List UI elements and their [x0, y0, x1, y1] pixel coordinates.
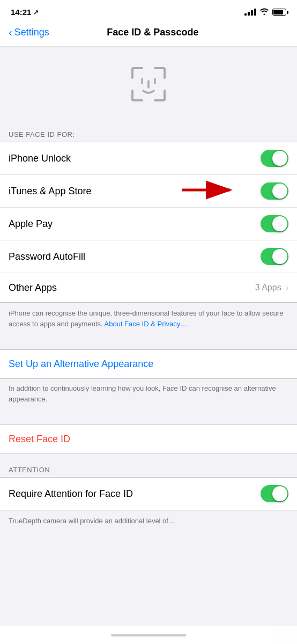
- require-attention-toggle[interactable]: [261, 485, 288, 502]
- reset-face-id-link[interactable]: Reset Face ID: [9, 434, 70, 444]
- wifi-icon: [259, 8, 269, 17]
- red-arrow-annotation: [182, 179, 246, 203]
- other-apps-row[interactable]: Other Apps 3 Apps ›: [0, 273, 297, 302]
- password-autofill-knob: [272, 249, 287, 264]
- attention-description: TrueDepth camera will provide an additio…: [0, 510, 297, 535]
- status-left: 14:21 ↗: [11, 8, 39, 17]
- alternative-appearance-link[interactable]: Set Up an Alternative Appearance: [9, 358, 153, 369]
- status-bar: 14:21 ↗: [0, 0, 297, 21]
- alternative-appearance-row[interactable]: Set Up an Alternative Appearance: [0, 349, 297, 379]
- battery-icon: [272, 9, 286, 16]
- home-indicator: [111, 634, 186, 636]
- back-chevron-icon: ‹: [9, 26, 12, 39]
- itunes-app-store-label: iTunes & App Store: [9, 186, 91, 197]
- location-icon: ↗: [33, 9, 39, 16]
- require-attention-knob: [272, 486, 287, 501]
- iphone-unlock-label: iPhone Unlock: [9, 153, 71, 164]
- signal-bar-1: [244, 13, 247, 16]
- use-face-id-section: USE FACE ID FOR: iPhone Unlock iTunes & …: [0, 130, 297, 338]
- password-autofill-label: Password AutoFill: [9, 251, 85, 262]
- other-apps-label: Other Apps: [9, 282, 57, 294]
- reset-face-id-row[interactable]: Reset Face ID: [0, 425, 297, 454]
- require-attention-row: Require Attention for Face ID: [0, 478, 297, 510]
- signal-bar-4: [254, 9, 256, 16]
- apple-pay-label: Apple Pay: [9, 218, 53, 230]
- signal-bar-2: [248, 12, 250, 16]
- require-attention-label: Require Attention for Face ID: [9, 488, 133, 500]
- itunes-app-store-row: iTunes & App Store: [0, 175, 297, 208]
- apple-pay-toggle[interactable]: [261, 215, 288, 232]
- itunes-app-store-toggle[interactable]: [261, 182, 288, 200]
- alternative-appearance-desc: In addition to continuously learning how…: [0, 379, 297, 413]
- battery-fill: [273, 10, 283, 14]
- page-title: Face ID & Passcode: [17, 27, 288, 38]
- other-apps-chevron-icon: ›: [286, 283, 288, 292]
- face-id-icon: [127, 63, 170, 106]
- status-right: [244, 8, 286, 17]
- attention-settings-list: Require Attention for Face ID: [0, 477, 297, 510]
- time-display: 14:21: [11, 8, 31, 17]
- nav-header: ‹ Settings Face ID & Passcode: [0, 21, 297, 47]
- iphone-unlock-row: iPhone Unlock: [0, 142, 297, 175]
- apple-pay-knob: [272, 216, 287, 231]
- iphone-unlock-knob: [272, 151, 287, 166]
- alternative-appearance-section: Set Up an Alternative Appearance In addi…: [0, 349, 297, 413]
- about-face-id-link[interactable]: About Face ID & Privacy…: [105, 320, 188, 328]
- face-id-icon-section: [0, 47, 297, 119]
- reset-face-id-section: Reset Face ID: [0, 425, 297, 454]
- password-autofill-toggle[interactable]: [261, 248, 288, 265]
- face-id-settings-list: iPhone Unlock iTunes & App Store: [0, 142, 297, 303]
- apple-pay-row: Apple Pay: [0, 208, 297, 240]
- other-apps-right: 3 Apps ›: [255, 283, 288, 292]
- signal-bars: [244, 9, 256, 16]
- itunes-app-store-knob: [272, 184, 287, 199]
- bottom-bar: [0, 626, 297, 644]
- face-id-description: iPhone can recognise the unique, three-d…: [0, 303, 297, 338]
- use-face-id-label: USE FACE ID FOR:: [0, 130, 297, 142]
- iphone-unlock-toggle[interactable]: [261, 150, 288, 167]
- other-apps-value: 3 Apps: [255, 283, 281, 292]
- attention-label: ATTENTION: [0, 466, 297, 477]
- attention-section: ATTENTION Require Attention for Face ID …: [0, 466, 297, 535]
- signal-bar-3: [251, 10, 253, 16]
- password-autofill-row: Password AutoFill: [0, 240, 297, 273]
